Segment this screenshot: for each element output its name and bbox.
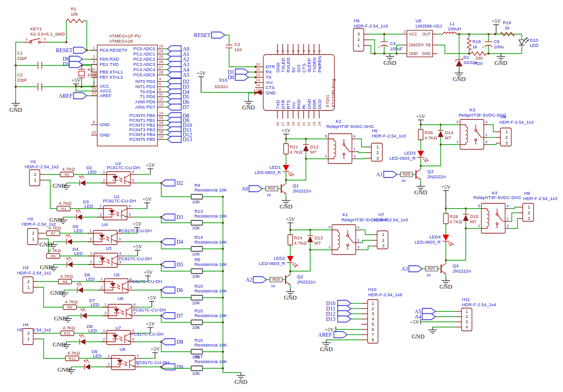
label-top_left-reset: RESET xyxy=(56,47,73,53)
label-mcu-left-8-name: GND xyxy=(100,122,110,127)
label-top_left-d1: D1 xyxy=(63,61,69,67)
label-relays-3-rp3: 3 xyxy=(507,224,509,228)
label-mcu-right-4-n: 27 xyxy=(159,65,163,69)
label-opto_rows-2-lval: LED xyxy=(74,228,83,233)
label-common-gnd: GND xyxy=(39,241,52,248)
label-relays-2-hval: HDR-F-2.54_1x3 xyxy=(499,119,534,125)
label-mcu-left-4-n: 10 xyxy=(92,73,96,77)
label-opto_rows-7-p3: 3 xyxy=(137,362,139,366)
label-left_headers-3-val: HDR-F-2.54_1x2 xyxy=(17,327,51,332)
label-mcu-left-7-n: 21 xyxy=(92,91,96,95)
label-psu-r18_val: 1k xyxy=(472,44,477,49)
component-ATMEGA[interactable]: ATMEGA1P-PUATMEGA281PC6 RESET#2PD0 RXD3P… xyxy=(91,33,192,146)
label-ftdi-left-3-n: 13 xyxy=(256,78,260,82)
label-psu-c4_ref: C4 xyxy=(390,41,396,46)
label-mcu-right-9-name: T1 PD5 xyxy=(140,94,155,99)
label-ftdi-left-3-name: Vcc xyxy=(266,80,273,85)
label-psu-u9_fb: FB xyxy=(425,43,431,47)
label-relays-1-q: Q2 xyxy=(297,274,303,279)
label-top_left-key_p1: 1 xyxy=(26,37,28,41)
schematic-canvas: R110kKEY1K2-3.6×6.1_SMD12C122pFC222pFX21… xyxy=(0,0,563,392)
label-psu-plus: + xyxy=(482,45,484,49)
label-h10-pins-7: 8 xyxy=(371,337,374,342)
label-ftdi-val: FT232RLProg xyxy=(331,79,336,107)
label-mcu-left-3-name: PB6 XTAL1 xyxy=(100,69,123,74)
label-relays-1-rp3: 3 xyxy=(357,245,360,249)
label-opto_rows-6-p4: 4 xyxy=(132,328,134,333)
label-opto_rows-3-p1: 1 xyxy=(90,251,92,255)
label-relays-0-qv: 2N2222A xyxy=(293,188,312,193)
label-mcu-left-1-name: PD0 RXD xyxy=(100,56,119,62)
label-pull_res-1-v2: 10K xyxy=(192,225,201,230)
label-opto_rows-0-p3: 3 xyxy=(132,178,134,182)
label-common-gnd: GND xyxy=(54,315,67,322)
label-mcu-right-14-n: 16 xyxy=(159,120,163,125)
label-mcu-left-3-n: 9 xyxy=(93,67,95,72)
label-opto_rows-4-rval: 4.7KΩ xyxy=(60,273,73,279)
label-opto_rows-3-ref: U3 xyxy=(106,246,111,251)
label-common-p5v: +5V xyxy=(416,113,425,119)
label-psu-u9_gnd1: GND xyxy=(409,51,418,56)
label-common-gnd: GND xyxy=(9,107,22,113)
label-relays-2-ref: K3 xyxy=(470,107,475,112)
label-mcu-right-17-n: 19 xyxy=(159,135,163,139)
label-ftdi-top-7-n: 2 xyxy=(312,50,316,52)
label-pull_res-7-val: Resistencia 10K xyxy=(194,359,227,364)
label-mcu-right-17-flag: D13 xyxy=(183,137,192,142)
label-relays-3-rp5: 5 xyxy=(478,204,480,208)
label-mcu-right-6-n: 4 xyxy=(159,77,161,81)
label-ftdi-bottom-2-n: 18 xyxy=(286,122,290,126)
label-opto_rows-4-lval: LED xyxy=(86,276,95,282)
label-opto_rows-3-p4: 4 xyxy=(119,251,121,255)
label-relays-2-hp-1: 2 xyxy=(505,135,508,140)
label-opto_rows-2-p2: 2 xyxy=(90,237,92,241)
label-ftdi-d16_val: SS32A xyxy=(214,84,229,89)
shape-rect xyxy=(93,230,117,245)
label-pull_res-0-v2: 10K xyxy=(192,199,201,204)
label-common-p5v: +5V xyxy=(491,18,501,24)
label-ftdi-top-7-name: TXDEN xyxy=(312,57,317,73)
label-opto_rows-4-p3: 3 xyxy=(129,285,132,290)
label-pull_res-2-v2: 10K xyxy=(192,251,201,256)
label-mcu-left-9-n: 22 xyxy=(92,130,96,135)
label-opto_rows-0-p4: 4 xyxy=(132,170,134,174)
label-relays-1-ref: K1 xyxy=(342,212,348,217)
label-opto_rows-1-res: R3 xyxy=(61,207,66,211)
label-common-p5v: +5V xyxy=(150,346,160,352)
label-relays-0-val: RelayHT3F-5VDC-SHG xyxy=(326,124,374,129)
junction-dot xyxy=(15,64,17,66)
label-mcu-right-10-n: 12 xyxy=(159,97,163,101)
label-opto_rows-7-p2: 2 xyxy=(108,362,110,366)
label-opto_rows-7-p4: 4 xyxy=(137,354,139,358)
label-psu-c5_ref: C5 xyxy=(494,39,499,44)
label-psu-u9_out: OUT xyxy=(422,32,431,36)
label-relays-0-inp: A0 xyxy=(241,186,248,191)
label-relays-3-q: Q4 xyxy=(452,263,459,268)
label-ftdi-top-4-name: 3V3 xyxy=(296,64,301,73)
label-common-gnd: GND xyxy=(50,290,63,296)
label-common-gnd: GND xyxy=(452,76,465,82)
label-opto_rows-3-p3: 3 xyxy=(119,260,121,264)
label-common-p5v: +5V xyxy=(71,77,81,83)
label-opto_rows-7-out: D9 xyxy=(176,364,183,370)
label-relays-2-dv: M7 xyxy=(445,135,451,140)
label-opto_rows-3-rval: 4.7KΩ xyxy=(48,248,61,253)
label-h10-aref: AREF xyxy=(318,332,332,337)
label-relays-1-dv: M7 xyxy=(314,240,321,246)
label-common-p5v: +5V xyxy=(281,128,291,133)
label-pull_res-3-val: Resistencia 10K xyxy=(194,262,227,267)
label-relays-1-hdr: H7 xyxy=(378,212,384,217)
label-mcu-right-7-n: 5 xyxy=(159,82,161,86)
label-ftdi-bottom-4-name: RXD xyxy=(296,100,301,109)
label-relays-1-hp-0: 1 xyxy=(382,232,384,237)
label-ftdi-d16_ref: D16 xyxy=(219,77,227,82)
junction-dot xyxy=(255,92,257,94)
label-relays-0-rv: 4.7KΩ xyxy=(290,149,303,155)
label-pull_res-5-v2: 10K xyxy=(192,325,201,330)
label-psu-r19_ref: R19 xyxy=(503,20,511,25)
label-relays-3-rp1: 1 xyxy=(507,217,509,221)
label-mcu-right-12-n: 14 xyxy=(159,111,163,115)
label-relays-2-inp: A1 xyxy=(376,172,383,177)
shape-rect xyxy=(107,172,130,186)
label-top_left-c2_ref: C2 xyxy=(17,72,23,77)
